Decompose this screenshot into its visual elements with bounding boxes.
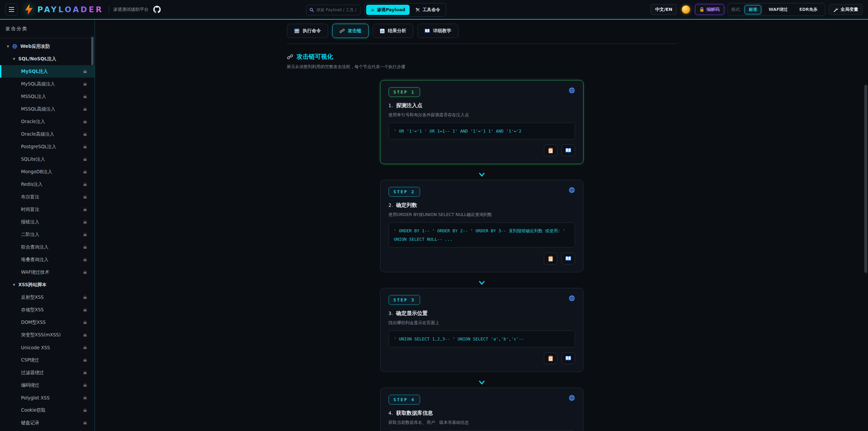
- sidebar-subcategory[interactable]: ▼SQL/NoSQL注入: [0, 53, 95, 65]
- search-box: [306, 5, 360, 15]
- sidebar-item[interactable]: Redis注入☠: [0, 178, 95, 191]
- sidebar-item[interactable]: SQLite注入☠: [0, 153, 95, 165]
- sidebar-item[interactable]: Cookie窃取☠: [0, 404, 95, 416]
- codec-button[interactable]: 编解码: [695, 4, 724, 15]
- copy-payload-button[interactable]: [544, 253, 557, 265]
- sidebar-item[interactable]: 堆叠查询注入☠: [0, 253, 95, 266]
- clipboard-icon: [548, 256, 553, 262]
- section-subtitle: 展示从侦察到利用的完整攻击流程，每个节点代表一个执行步骤: [287, 64, 677, 70]
- skull-icon: ☠: [83, 232, 87, 237]
- step-title: 2. 确定列数: [389, 202, 575, 209]
- attack-step-card: STEP 1 1. 探测注入点 使用单引号和布尔条件探测是否存在注入点 ' OR…: [380, 80, 584, 164]
- sidebar-item[interactable]: MSSQL高级注入☠: [0, 103, 95, 115]
- step-payload-code[interactable]: ' OR '1'='1 ' OR 1=1-- 1' AND '1'='1 1' …: [389, 123, 575, 139]
- step-description: 使用单引号和布尔条件探测是否存在注入点: [389, 112, 575, 118]
- lightning-logo-icon: [24, 4, 34, 15]
- skull-icon: ☠: [83, 81, 87, 87]
- tutorial-button[interactable]: [561, 144, 575, 156]
- skull-icon: ☠: [83, 144, 87, 150]
- sidebar-item[interactable]: Unicode XSS☠: [0, 341, 95, 354]
- globe-icon: [569, 87, 575, 94]
- clipboard-icon: [548, 355, 553, 361]
- sun-icon: [682, 5, 690, 14]
- sidebar-item[interactable]: PostgreSQL注入☠: [0, 140, 95, 153]
- skull-icon: ☠: [83, 207, 87, 212]
- skull-icon: ☠: [83, 383, 87, 388]
- wrench-icon: [833, 7, 838, 12]
- skull-icon: ☠: [83, 345, 87, 350]
- sidebar-item[interactable]: 突变型XSS(mXSS)☠: [0, 329, 95, 341]
- sidebar-item[interactable]: 编码绕过☠: [0, 379, 95, 391]
- sidebar-item[interactable]: 布尔盲注☠: [0, 191, 95, 203]
- github-icon[interactable]: [153, 6, 161, 13]
- sidebar-item[interactable]: 过滤器绕过☠: [0, 366, 95, 379]
- globe-icon: [569, 187, 575, 193]
- payload-mode-toggle: ☠渗透Payload工具命令: [364, 3, 446, 17]
- sidebar-item[interactable]: Polyglot XSS☠: [0, 391, 95, 404]
- skull-icon: ☠: [83, 132, 87, 137]
- toggle-payload[interactable]: ☠渗透Payload: [366, 5, 410, 15]
- sidebar-item[interactable]: MongoDB注入☠: [0, 165, 95, 178]
- sidebar-item[interactable]: MySQL高级注入☠: [0, 78, 95, 90]
- open-book-icon: [565, 148, 571, 153]
- mode-button[interactable]: WAF绕过: [765, 5, 792, 14]
- sidebar-tree: ▼Web应用攻防▼SQL/NoSQL注入MySQL注入☠MySQL高级注入☠MS…: [0, 38, 95, 429]
- mode-button[interactable]: EDR免杀: [795, 5, 822, 14]
- tutorial-button[interactable]: [561, 352, 575, 364]
- search-input[interactable]: [316, 7, 357, 12]
- skull-icon: ☠: [83, 270, 87, 275]
- sidebar-item[interactable]: MySQL注入☠: [0, 65, 95, 78]
- skull-icon: ☠: [83, 332, 87, 338]
- chart-icon: [380, 28, 385, 34]
- tab-link[interactable]: 攻击链: [332, 24, 369, 38]
- theme-toggle-button[interactable]: [680, 4, 692, 15]
- header-divider: [109, 6, 109, 13]
- step-description: 找出哪些列会显示在页面上: [389, 320, 575, 326]
- main-content: 执行命令攻击链结果分析详细教学 攻击链可视化 展示从侦察到利用的完整攻击流程，每…: [95, 20, 868, 431]
- sidebar-item[interactable]: Oracle注入☠: [0, 115, 95, 128]
- book-icon: [425, 28, 430, 33]
- skull-icon: ☠: [83, 94, 87, 99]
- copy-payload-button[interactable]: [544, 352, 557, 364]
- sidebar-item[interactable]: DOM型XSS☠: [0, 316, 95, 329]
- tab-book[interactable]: 详细教学: [417, 24, 458, 38]
- step-badge: STEP 3: [389, 295, 420, 305]
- menu-toggle-button[interactable]: [5, 3, 18, 16]
- step-badge: STEP 2: [389, 187, 420, 197]
- global-variables-button[interactable]: 全局变量: [829, 4, 863, 15]
- sidebar-item[interactable]: 联合查询注入☠: [0, 241, 95, 253]
- search-icon: [310, 8, 314, 12]
- skull-icon: ☠: [83, 106, 87, 112]
- chain-arrow-icon: [380, 272, 584, 288]
- skull-icon: ☠: [83, 257, 87, 262]
- clipboard-icon: [548, 148, 553, 154]
- sidebar-item[interactable]: Oracle高级注入☠: [0, 128, 95, 140]
- sidebar-item[interactable]: CSP绕过☠: [0, 354, 95, 366]
- sidebar-item[interactable]: 二阶注入☠: [0, 228, 95, 241]
- sidebar-subcategory[interactable]: ▼XSS跨站脚本: [0, 278, 95, 291]
- mode-button[interactable]: 标准: [745, 5, 761, 14]
- step-payload-code[interactable]: ' UNION SELECT 1,2,3-- ' UNION SELECT 'a…: [389, 331, 575, 347]
- tutorial-button[interactable]: [561, 253, 575, 265]
- sidebar-item[interactable]: 存储型XSS☠: [0, 303, 95, 316]
- copy-payload-button[interactable]: [544, 144, 557, 156]
- sidebar-category[interactable]: ▼Web应用攻防: [0, 40, 95, 53]
- sidebar-item[interactable]: 报错注入☠: [0, 216, 95, 228]
- globe-icon: [569, 395, 575, 401]
- skull-icon: ☠: [83, 219, 87, 225]
- language-toggle-button[interactable]: 中文/EN: [651, 4, 677, 15]
- step-payload-code[interactable]: ' ORDER BY 1-- ' ORDER BY 2-- ' ORDER BY…: [389, 222, 575, 248]
- mode-selector-group: 模式: 标准WAF绕过EDR免杀: [728, 3, 825, 16]
- step-description: 使用ORDER BY或UNION SELECT NULL确定查询列数: [389, 212, 575, 218]
- tab-terminal[interactable]: 执行命令: [287, 24, 328, 38]
- sidebar-item[interactable]: 反射型XSS☠: [0, 291, 95, 303]
- tab-chart[interactable]: 结果分析: [373, 24, 413, 38]
- sidebar-scrollbar[interactable]: [91, 37, 94, 65]
- sidebar-item[interactable]: MSSQL注入☠: [0, 90, 95, 103]
- page-scrollbar[interactable]: [864, 85, 867, 273]
- toggle-tools[interactable]: 工具命令: [411, 5, 445, 15]
- sidebar-item[interactable]: 时间盲注☠: [0, 203, 95, 216]
- sidebar-item[interactable]: 键盘记录☠: [0, 416, 95, 429]
- chain-arrow-icon: [380, 164, 584, 180]
- sidebar-item[interactable]: WAF绕过技术☠: [0, 266, 95, 278]
